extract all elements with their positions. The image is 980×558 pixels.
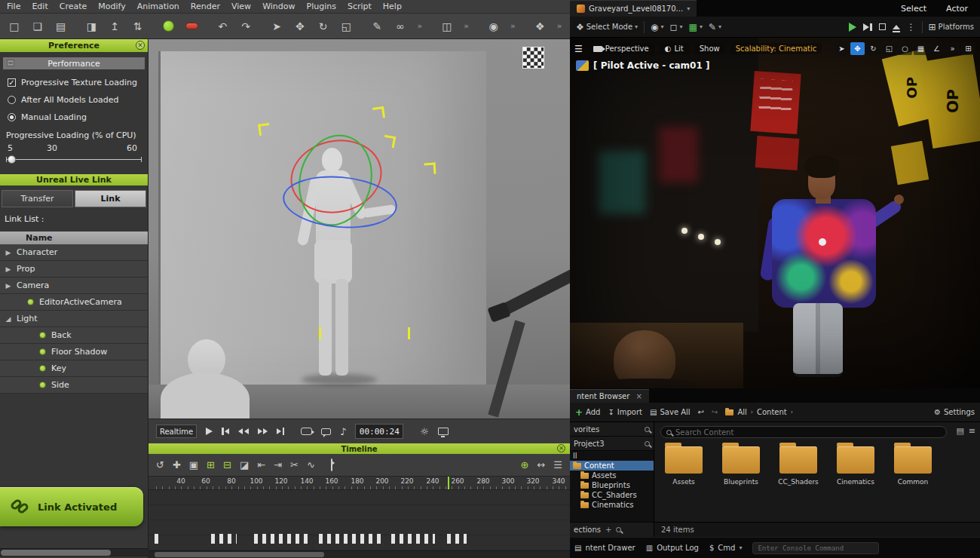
timeline-clip[interactable] [254, 534, 308, 544]
fast-forward-button[interactable] [258, 428, 268, 434]
breadcrumb-content[interactable]: Content [757, 408, 787, 416]
record-icon[interactable] [161, 18, 177, 35]
add-track-icon[interactable]: ⊟ [223, 459, 231, 471]
light-gizmo-icon[interactable] [372, 106, 385, 119]
redo-icon[interactable]: ↷ [237, 18, 254, 35]
motion-capture-icon[interactable] [184, 18, 201, 35]
play-button[interactable] [206, 428, 213, 435]
world-space-icon[interactable]: ○ [898, 42, 912, 55]
light-gizmo-icon[interactable] [424, 162, 436, 174]
project-section[interactable]: Project3 [570, 437, 654, 451]
tree-item-content[interactable]: Content [570, 461, 654, 471]
import-button[interactable]: ↧ Import [608, 408, 642, 416]
collapse-icon[interactable]: ◢ [0, 315, 17, 323]
timecode-display[interactable]: 00:00:24 [355, 424, 403, 439]
rotation-snap-icon[interactable]: ∠ [929, 42, 944, 55]
scale-tool-icon[interactable]: ◱ [882, 42, 896, 55]
timeline-clip[interactable] [391, 534, 435, 544]
cpu-slider[interactable] [6, 155, 142, 170]
select-tool-icon[interactable]: ➤ [835, 42, 849, 55]
light-gizmo-icon[interactable] [408, 327, 410, 339]
history-back-icon[interactable]: ↩ [698, 408, 704, 416]
open-project-icon[interactable]: ❏ [29, 18, 46, 35]
folder-assets[interactable]: Assets [662, 446, 706, 486]
filter-icon[interactable]: ≡ [969, 426, 975, 436]
go-to-end-button[interactable] [277, 428, 284, 435]
panel-scrollbar[interactable] [0, 548, 149, 556]
select-mode-dropdown[interactable]: ❖ Select Mode ▾ [576, 22, 638, 32]
save-search-icon[interactable]: ▤ [956, 426, 963, 436]
expand-icon[interactable]: ▶ [0, 265, 17, 273]
set-in-icon[interactable]: ⇤ [257, 459, 265, 471]
menu-modify[interactable]: Modify [98, 2, 125, 11]
perspective-dropdown[interactable]: Perspective [588, 43, 654, 54]
tree-item-blueprints[interactable]: Blueprints [570, 480, 654, 490]
camera-speed-icon[interactable]: » [945, 42, 960, 55]
link-row-light[interactable]: ◢ Light [0, 311, 148, 327]
tree-item-cinematics[interactable]: Cinematics [570, 500, 654, 510]
usb-device-icon[interactable]: ⇅ [130, 18, 146, 35]
menu-file[interactable]: File [7, 2, 20, 11]
lit-dropdown[interactable]: ◐ Lit [660, 43, 689, 54]
pen-tool-icon[interactable]: ✎ [369, 18, 385, 35]
menu-animation[interactable]: Animation [137, 2, 179, 11]
expand-icon[interactable]: ▶ [0, 282, 17, 290]
tree-item-cc-shaders[interactable]: CC_Shaders [570, 490, 654, 500]
console-command-input[interactable] [752, 542, 879, 554]
eject-button[interactable] [893, 25, 900, 29]
collapse-icon[interactable]: − [7, 60, 14, 66]
folder-cc-shaders[interactable]: CC_Shaders [776, 446, 820, 486]
show-dropdown[interactable]: Show [694, 43, 725, 54]
scale-tool-icon[interactable]: ◱ [338, 18, 355, 35]
tree-item-all[interactable]: ll [570, 451, 654, 461]
iclone-viewport[interactable] [149, 39, 570, 418]
link-tool-icon[interactable]: ∞ [392, 18, 409, 35]
move-tool-icon[interactable]: ✥ [292, 18, 308, 35]
avatar-overflow-icon[interactable]: » [508, 18, 517, 35]
move-tool-icon[interactable]: ✥ [850, 42, 865, 55]
creature-icon[interactable]: ❖ [531, 18, 548, 35]
close-icon[interactable]: ✕ [136, 41, 145, 50]
menu-view[interactable]: View [231, 2, 251, 11]
save-all-button[interactable]: ▤ Save All [650, 408, 691, 416]
checkbox-checked-icon[interactable]: ✓ [8, 78, 16, 87]
paint-dropdown[interactable]: ✎ ▾ [709, 22, 721, 32]
zoom-in-icon[interactable]: ⊕ [521, 459, 529, 471]
history-forward-icon[interactable]: ↪ [712, 408, 718, 416]
radio-off-icon[interactable] [8, 96, 16, 104]
screen-capture-icon[interactable]: ◨ [83, 18, 100, 35]
loop-range-icon[interactable] [331, 459, 332, 471]
scalability-badge[interactable]: Scalability: Cinematic [730, 43, 822, 54]
light-gizmo-icon[interactable] [258, 123, 271, 136]
folder-cinematics[interactable]: Cinematics [834, 446, 877, 486]
menu-actor[interactable]: Actor [946, 4, 968, 14]
search-content-box[interactable] [660, 426, 947, 438]
tree-item-assets[interactable]: Assets [570, 471, 654, 480]
timeline-tracks[interactable] [149, 490, 570, 550]
rotate-tool-icon[interactable]: ↻ [315, 18, 332, 35]
collections-section[interactable]: ections + [570, 522, 654, 537]
folder-blueprints[interactable]: Blueprints [719, 446, 763, 486]
realtime-button[interactable]: Realtime [156, 425, 197, 438]
add-clip-icon[interactable]: ⊞ [207, 459, 215, 471]
stop-button[interactable] [879, 23, 886, 30]
link-row-camera[interactable]: ▶ Camera [0, 277, 148, 294]
play-options-kebab-icon[interactable]: ⋮ [907, 22, 916, 32]
menu-select[interactable]: Select [901, 4, 926, 14]
output-log-button[interactable]: ▥ Output Log [646, 544, 699, 552]
maximize-viewport-icon[interactable]: ⊞ [961, 42, 975, 55]
settings-button[interactable]: ⚙ Settings [934, 408, 975, 416]
timeline-scrollbar[interactable] [149, 550, 570, 558]
link-activated-button[interactable]: Link Activated [0, 487, 143, 526]
link-row-character[interactable]: ▶ Character [0, 244, 148, 261]
link-row-editoractivecamera[interactable]: EditorActiveCamera [0, 294, 148, 311]
timeline-undo-icon[interactable]: ↺ [156, 459, 164, 471]
slider-knob[interactable] [8, 155, 16, 164]
content-browser-tab[interactable]: ntent Browser × [570, 389, 649, 403]
folder-common[interactable]: Common [891, 446, 935, 486]
creature-overflow-icon[interactable]: » [555, 18, 564, 35]
timeline-ruler[interactable]: 40 60 80 100 120 140 160 180 200 220 240… [149, 477, 570, 490]
playhead[interactable] [448, 477, 449, 490]
save-project-icon[interactable]: ▤ [53, 18, 69, 35]
set-out-icon[interactable]: ⇥ [274, 459, 282, 471]
